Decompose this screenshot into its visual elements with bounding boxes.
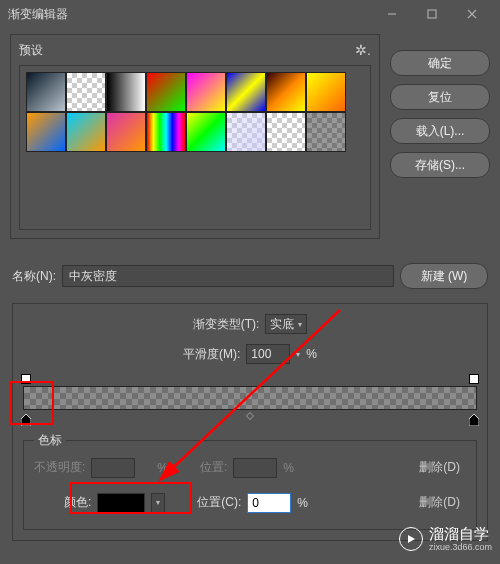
percent-label: %	[306, 347, 317, 361]
chevron-down-icon[interactable]: ▾	[151, 493, 165, 513]
preset-swatch[interactable]	[266, 72, 306, 112]
percent-label: %	[283, 461, 294, 475]
opacity-stop[interactable]	[469, 374, 479, 384]
svg-rect-0	[428, 10, 436, 18]
name-label: 名称(N):	[12, 268, 56, 285]
percent-label: %	[157, 461, 168, 475]
reset-button[interactable]: 复位	[390, 84, 490, 110]
play-icon	[399, 527, 423, 551]
preset-swatch[interactable]	[306, 72, 346, 112]
new-button[interactable]: 新建 (W)	[400, 263, 488, 289]
percent-label: %	[297, 496, 308, 510]
chevron-down-icon[interactable]: ▾	[296, 350, 300, 359]
chevron-down-icon: ▾	[298, 320, 302, 329]
color-label: 颜色:	[64, 494, 91, 511]
presets-grid[interactable]	[19, 65, 371, 230]
gradient-bar[interactable]	[23, 386, 477, 410]
preset-swatch[interactable]	[26, 112, 66, 152]
preset-swatch[interactable]	[266, 112, 306, 152]
preset-swatch[interactable]	[146, 112, 186, 152]
position-input	[233, 458, 277, 478]
window-title: 渐变编辑器	[8, 6, 372, 23]
watermark-brand: 溜溜自学	[429, 525, 489, 542]
position-label: 位置:	[200, 459, 227, 476]
stops-group-label: 色标	[34, 432, 66, 449]
titlebar: 渐变编辑器	[0, 0, 500, 28]
preset-swatch[interactable]	[106, 72, 146, 112]
gradient-editor[interactable]	[23, 374, 477, 424]
gradient-type-label: 渐变类型(T):	[193, 316, 260, 333]
preset-swatch[interactable]	[226, 72, 266, 112]
maximize-button[interactable]	[412, 0, 452, 28]
minimize-button[interactable]	[372, 0, 412, 28]
gradient-panel: 渐变类型(T): 实底 ▾ 平滑度(M): ▾ %	[12, 303, 488, 541]
position-c-label: 位置(C):	[197, 494, 241, 511]
midpoint-handle[interactable]	[246, 412, 254, 420]
preset-swatch[interactable]	[186, 72, 226, 112]
gradient-type-select[interactable]: 实底 ▾	[265, 314, 307, 334]
stops-group: 色标 不透明度: % 位置: % 删除(D) 颜色: ▾ 位置(C):	[23, 440, 477, 530]
presets-label: 预设	[19, 42, 43, 59]
position-c-input[interactable]	[247, 493, 291, 513]
preset-swatch[interactable]	[106, 112, 146, 152]
presets-panel: 预设 ✲.	[10, 34, 380, 239]
preset-swatch[interactable]	[226, 112, 266, 152]
preset-swatch[interactable]	[66, 72, 106, 112]
color-stop[interactable]	[21, 412, 31, 424]
preset-swatch[interactable]	[66, 112, 106, 152]
opacity-input	[91, 458, 135, 478]
opacity-label: 不透明度:	[34, 459, 85, 476]
delete-button: 删除(D)	[413, 492, 466, 513]
window-controls	[372, 0, 492, 28]
color-stop[interactable]	[469, 412, 479, 424]
ok-button[interactable]: 确定	[390, 50, 490, 76]
opacity-stop[interactable]	[21, 374, 31, 384]
gear-icon[interactable]: ✲.	[355, 42, 371, 58]
close-button[interactable]	[452, 0, 492, 28]
smoothness-input[interactable]	[246, 344, 290, 364]
load-button[interactable]: 载入(L)...	[390, 118, 490, 144]
preset-swatch[interactable]	[186, 112, 226, 152]
name-input[interactable]	[62, 265, 394, 287]
save-button[interactable]: 存储(S)...	[390, 152, 490, 178]
smoothness-label: 平滑度(M):	[183, 346, 240, 363]
preset-swatch[interactable]	[26, 72, 66, 112]
preset-swatch[interactable]	[146, 72, 186, 112]
watermark-domain: zixue.3d66.com	[429, 542, 492, 552]
color-chip[interactable]	[97, 493, 145, 513]
preset-swatch[interactable]	[306, 112, 346, 152]
delete-button: 删除(D)	[413, 457, 466, 478]
watermark: 溜溜自学 zixue.3d66.com	[399, 525, 492, 552]
